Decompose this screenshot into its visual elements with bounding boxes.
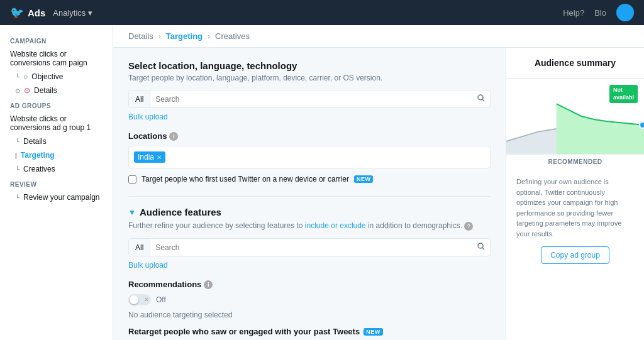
form-panel: Select location, language, technology Ta… [113,48,506,340]
locations-label: Locations i [128,131,491,141]
ad-groups-section-title: AD GROUPS [0,97,113,112]
campaign-name-label: Website clicks or conversions cam paign [10,50,103,67]
audience-summary-title: Audience summary [506,48,644,79]
adgroup-details-label: Details [23,137,47,146]
tree-icon: └ [15,74,19,80]
content-area: Select location, language, technology Ta… [113,48,644,340]
retarget-label: Retarget people who saw or engaged with … [128,327,491,336]
no-audience-text: No audience targeting selected [128,310,491,319]
tree-icon-review: └ [15,194,19,201]
blog-link[interactable]: Blo [594,8,606,18]
audience-features-collapse-icon[interactable]: ▼ [128,208,136,217]
recommendations-toggle[interactable]: ✕ [128,294,151,305]
adgroup-name-label: Website clicks or conversions ad g roup … [10,114,103,132]
right-panel: Audience summary [506,48,644,340]
toggle-x-icon: ✕ [144,297,149,303]
india-location-tag[interactable]: India ✕ [134,151,165,163]
main-content: Details › Targeting › Creatives Select l… [113,25,644,340]
tree-icon-details: ⊙ [15,87,20,94]
targeting-label: Targeting [21,151,55,160]
svg-point-2 [478,243,483,248]
recommendations-toggle-label: Off [156,295,166,304]
section-divider-1 [128,196,491,197]
help-link[interactable]: Help? [563,8,584,18]
audience-features-label: Audience features [140,207,221,217]
svg-line-1 [482,99,484,101]
objective-icon: ○ [23,72,28,81]
objective-label: Objective [31,72,63,81]
tree-icon-creatives: └ [15,166,19,173]
audience-features-desc: Further refine your audience by selectin… [128,221,491,231]
locations-field[interactable]: India ✕ [128,146,491,168]
sidebar-item-targeting[interactable]: | Targeting [0,148,113,162]
location-section-desc: Target people by location, language, pla… [128,74,491,82]
chevron-down-icon: ▾ [88,8,92,18]
review-label: Review your campaign [23,193,99,202]
breadcrumb-targeting[interactable]: Targeting [166,31,203,41]
twitter-bird-icon: 🐦 [10,6,24,19]
audience-search-icon[interactable] [472,239,490,256]
creatives-label: Creatives [23,165,55,173]
campaign-section-title: CAMPAIGN [0,33,113,47]
sidebar-item-objective[interactable]: └ ○ Objective [0,70,113,84]
recommendations-label: Recommendations i [128,280,491,289]
recommendations-info-icon[interactable]: i [204,280,213,289]
audience-bulk-upload-link[interactable]: Bulk upload [128,261,168,270]
india-tag-label: India [138,153,154,162]
svg-line-3 [482,248,484,250]
audience-features-title: ▼ Audience features [128,207,491,217]
recommended-label: RECOMMENDED [506,154,644,169]
analytics-menu-button[interactable]: Analytics ▾ [53,8,92,18]
audience-features-section: ▼ Audience features Further refine your … [128,207,491,340]
audience-features-info-icon[interactable]: ? [464,222,473,231]
sidebar-item-campaign[interactable]: Website clicks or conversions cam paign [0,47,113,70]
include-exclude-link[interactable]: include or exclude [305,221,366,230]
tree-icon-targeting: | [15,152,17,159]
breadcrumb: Details › Targeting › Creatives [113,25,644,48]
india-tag-remove-icon[interactable]: ✕ [157,154,162,161]
location-section-title: Select location, language, technology [128,60,491,71]
location-search-all-button[interactable]: All [129,90,150,107]
location-search-icon[interactable] [472,90,490,107]
details-red-icon: ⊙ [24,86,30,95]
audience-search-all-button[interactable]: All [129,239,150,256]
top-navigation: 🐦 Ads Analytics ▾ Help? Blo [0,0,644,25]
retarget-new-badge: NEW [364,328,383,336]
locations-info-icon[interactable]: i [169,132,178,141]
user-avatar[interactable] [616,4,634,21]
breadcrumb-details[interactable]: Details [128,31,153,41]
device-carrier-checkbox[interactable] [128,175,136,184]
sidebar-item-adgroup[interactable]: Website clicks or conversions ad g roup … [0,112,113,134]
audience-chart-area: Not availabl [506,79,644,154]
device-carrier-checkbox-row: Target people who first used Twitter on … [128,175,491,184]
location-bulk-upload-link[interactable]: Bulk upload [128,112,168,121]
breadcrumb-creatives[interactable]: Creatives [215,31,250,41]
svg-marker-5 [557,104,644,154]
toggle-knob [130,295,138,304]
sidebar-item-creatives[interactable]: └ Creatives [0,162,113,176]
breadcrumb-sep-1: › [158,32,161,41]
device-carrier-new-badge: NEW [354,175,374,183]
svg-point-0 [478,95,483,100]
copy-ad-group-button[interactable]: Copy ad group [541,246,609,264]
review-section-title: REVIEW [0,176,113,190]
not-available-badge: Not availabl [609,85,638,103]
topnav-right: Help? Blo [563,4,634,21]
location-search-input[interactable] [150,90,472,107]
breadcrumb-sep-2: › [208,32,210,41]
sidebar-item-review[interactable]: └ Review your campaign [0,190,113,204]
audience-search-container: All [128,238,491,256]
sidebar: CAMPAIGN Website clicks or conversions c… [0,25,113,340]
audience-search-input[interactable] [150,239,472,256]
location-search-container: All [128,90,491,108]
tree-icon-adgroup-details: └ [15,138,19,145]
details-label: Details [34,86,57,95]
page-layout: CAMPAIGN Website clicks or conversions c… [0,25,644,340]
sidebar-item-adgroup-details[interactable]: └ Details [0,134,113,148]
sidebar-item-details-campaign[interactable]: ⊙ ⊙ Details [0,84,113,97]
brand-name: Ads [28,8,45,18]
analytics-label: Analytics [53,8,86,18]
svg-point-6 [640,122,644,128]
topnav-left: 🐦 Ads Analytics ▾ [10,6,92,19]
location-section: Select location, language, technology Ta… [128,60,491,184]
